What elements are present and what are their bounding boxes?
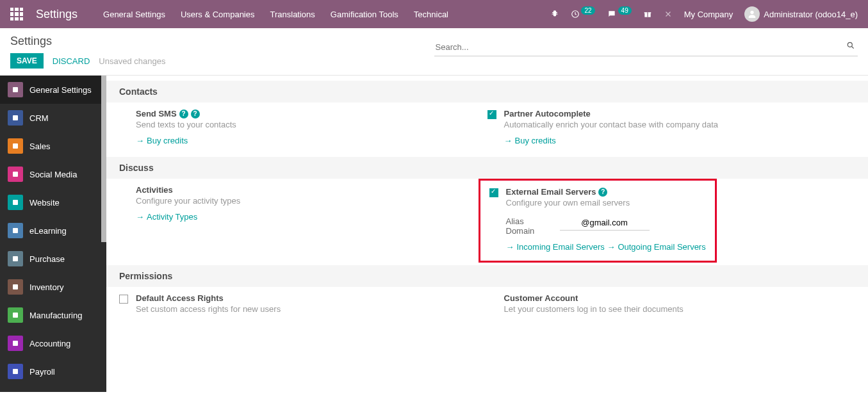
gift-icon[interactable]: [643, 10, 652, 19]
app-brand: Settings: [36, 8, 78, 21]
sidebar-app-icon: [8, 82, 23, 97]
sidebar-item-inventory[interactable]: Inventory: [0, 273, 106, 301]
activity-badge: 22: [581, 6, 594, 15]
sidebar-item-label: eLearning: [29, 226, 67, 236]
avatar-icon: [744, 6, 760, 22]
company-label[interactable]: My Company: [684, 10, 733, 19]
setting-email-servers-title: External Email Servers: [506, 187, 596, 197]
alias-domain-input[interactable]: [560, 216, 650, 231]
sidebar-item-project[interactable]: Project: [0, 386, 106, 392]
sidebar-item-elearning[interactable]: eLearning: [0, 216, 106, 245]
link-outgoing-email[interactable]: →Outgoing Email Servers: [607, 242, 705, 252]
nav-links: General Settings Users & Companies Trans…: [103, 10, 448, 19]
nav-translations[interactable]: Translations: [270, 10, 315, 19]
sidebar-item-general-settings[interactable]: General Settings: [0, 76, 106, 104]
sidebar-scrollbar[interactable]: [101, 76, 106, 242]
setting-send-sms-desc: Send texts to your contacts: [136, 120, 236, 129]
section-permissions: Permissions Default Access Rights Set cu…: [106, 265, 868, 325]
setting-customer-account-desc: Let your customers log in to see their d…: [504, 304, 684, 314]
user-menu[interactable]: Administrator (odoo14_e): [744, 6, 858, 22]
messaging-counter[interactable]: 49: [607, 10, 632, 19]
nav-users-companies[interactable]: Users & Companies: [181, 10, 255, 19]
link-incoming-email[interactable]: →Incoming Email Servers: [506, 242, 605, 252]
sidebar-item-label: Website: [29, 198, 60, 208]
breadcrumb: Settings: [10, 35, 434, 48]
setting-customer-account-title: Customer Account: [504, 293, 578, 303]
discard-button[interactable]: DISCARD: [53, 56, 90, 66]
unsaved-label: Unsaved changes: [99, 56, 165, 66]
activity-counter[interactable]: 22: [571, 10, 594, 19]
nav-gamification[interactable]: Gamification Tools: [331, 10, 398, 19]
checkbox-default-access[interactable]: [119, 295, 128, 304]
setting-default-access-desc: Set custom access rights for new users: [136, 304, 281, 314]
section-header-permissions: Permissions: [106, 265, 868, 287]
link-buy-credits-partner[interactable]: →Buy credits: [504, 136, 556, 145]
sidebar-item-accounting[interactable]: Accounting: [0, 329, 106, 357]
sidebar-app-icon: [8, 195, 23, 210]
sidebar-item-social-media[interactable]: Social Media: [0, 160, 106, 188]
link-buy-credits-sms[interactable]: →Buy credits: [136, 136, 188, 145]
save-button[interactable]: SAVE: [10, 53, 44, 69]
sidebar-app-icon: [8, 110, 23, 126]
sidebar-app-icon: [8, 167, 23, 182]
settings-content[interactable]: Contacts Send SMS ? ? Send texts to your…: [106, 75, 868, 392]
search-icon[interactable]: [846, 41, 855, 50]
sidebar-app-icon: [8, 307, 23, 323]
svg-rect-7: [13, 115, 18, 120]
sidebar-item-manufacturing[interactable]: Manufacturing: [0, 301, 106, 329]
sidebar-item-label: CRM: [29, 113, 49, 123]
help-icon[interactable]: ?: [191, 110, 200, 118]
alias-domain-label: Alias Domain: [506, 216, 551, 236]
setting-partner-auto-title: Partner Autocomplete: [504, 109, 591, 118]
checkbox-partner-autocomplete[interactable]: [487, 110, 496, 119]
sidebar-item-website[interactable]: Website: [0, 188, 106, 216]
section-header-discuss: Discuss: [106, 157, 868, 179]
nav-right: 22 49 My Company Administrator (odoo14_e…: [550, 6, 858, 22]
highlight-box: External Email Servers ? Configure your …: [479, 179, 717, 263]
sidebar-item-purchase[interactable]: Purchase: [0, 245, 106, 273]
sidebar-item-crm[interactable]: CRM: [0, 104, 106, 132]
nav-technical[interactable]: Technical: [414, 10, 448, 19]
arrow-icon: →: [607, 242, 615, 252]
setting-activities-title: Activities: [136, 185, 173, 195]
bug-icon[interactable]: [550, 10, 559, 19]
setting-send-sms-title: Send SMS: [136, 109, 177, 118]
help-icon[interactable]: ?: [598, 188, 607, 197]
arrow-icon: →: [136, 212, 144, 222]
setting-email-servers-desc: Configure your own email servers: [506, 198, 706, 208]
nav-general-settings[interactable]: General Settings: [103, 10, 165, 19]
sidebar-item-payroll[interactable]: Payroll: [0, 357, 106, 386]
section-contacts: Contacts Send SMS ? ? Send texts to your…: [106, 81, 868, 157]
sidebar-app-icon: [8, 138, 23, 154]
control-panel: Settings SAVE DISCARD Unsaved changes: [0, 28, 868, 75]
sidebar-app-icon: [8, 223, 23, 238]
link-activity-types[interactable]: →Activity Types: [136, 212, 197, 222]
sidebar-item-label: Sales: [29, 142, 51, 151]
sidebar-app-icon: [8, 251, 23, 266]
svg-rect-16: [13, 369, 18, 374]
apps-icon[interactable]: [10, 8, 23, 20]
svg-rect-11: [13, 228, 18, 233]
setting-default-access-title: Default Access Rights: [136, 293, 224, 303]
svg-rect-15: [13, 341, 18, 346]
svg-rect-8: [13, 143, 18, 149]
search-input[interactable]: [434, 38, 858, 56]
arrow-icon: →: [506, 242, 514, 252]
arrow-icon: →: [136, 136, 144, 145]
sidebar-item-label: Accounting: [29, 339, 70, 348]
svg-rect-9: [13, 172, 18, 177]
sidebar-item-label: Social Media: [29, 170, 77, 179]
sidebar-item-sales[interactable]: Sales: [0, 132, 106, 160]
sidebar-item-label: Inventory: [29, 282, 63, 292]
tools-icon[interactable]: [664, 10, 673, 19]
svg-rect-6: [13, 87, 18, 92]
setting-partner-auto-desc: Automatically enrich your contact base w…: [504, 120, 719, 129]
svg-rect-14: [13, 313, 18, 318]
checkbox-external-email[interactable]: [489, 188, 498, 197]
svg-point-5: [848, 42, 852, 47]
svg-rect-3: [647, 12, 648, 17]
user-label: Administrator (odoo14_e): [764, 10, 858, 19]
sidebar-item-label: Manufacturing: [29, 311, 82, 320]
sidebar-app-icon: [8, 364, 23, 379]
help-icon[interactable]: ?: [179, 110, 188, 118]
